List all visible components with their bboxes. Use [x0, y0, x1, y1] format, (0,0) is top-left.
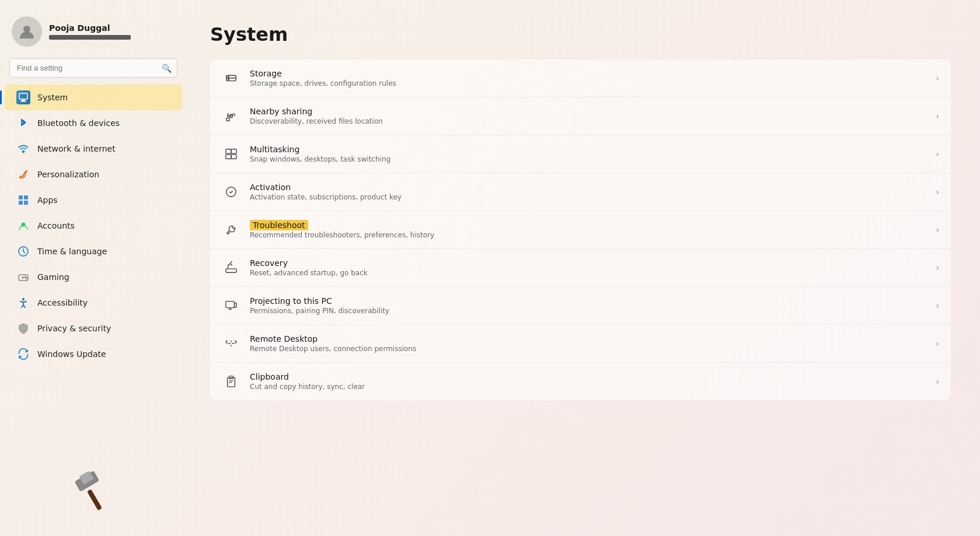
troubleshoot-text: Troubleshoot Recommended troubleshooters…	[250, 220, 926, 239]
sidebar-item-personalization[interactable]: Personalization	[5, 162, 182, 187]
sidebar-item-time[interactable]: Time & language	[5, 239, 182, 264]
sidebar-label-system: System	[37, 93, 170, 102]
storage-icon	[222, 69, 240, 87]
settings-item-remote-desktop[interactable]: Remote Desktop Remote Desktop users, con…	[210, 325, 951, 363]
network-icon	[16, 142, 30, 156]
avatar	[12, 16, 42, 47]
activation-title: Activation	[250, 183, 926, 192]
recovery-text: Recovery Reset, advanced startup, go bac…	[250, 258, 926, 277]
projecting-text: Projecting to this PC Permissions, pairi…	[250, 296, 926, 315]
recovery-title: Recovery	[250, 258, 926, 268]
sidebar-item-accessibility[interactable]: Accessibility	[5, 290, 182, 316]
gaming-icon	[16, 270, 30, 284]
recovery-icon	[222, 258, 240, 277]
user-name: Pooja Duggal	[49, 23, 131, 33]
sidebar-label-accounts: Accounts	[37, 221, 170, 230]
sidebar-label-privacy: Privacy & security	[37, 324, 170, 333]
svg-rect-31	[235, 303, 237, 307]
sidebar-item-privacy[interactable]: Privacy & security	[5, 316, 182, 341]
sidebar-item-accounts[interactable]: Accounts	[5, 213, 182, 239]
nav-list: System Bluetooth & devices Network & int…	[0, 85, 187, 367]
sidebar-label-personalization: Personalization	[37, 170, 170, 179]
sidebar-item-apps[interactable]: Apps	[5, 187, 182, 213]
apps-icon	[16, 193, 30, 207]
sidebar-item-bluetooth[interactable]: Bluetooth & devices	[5, 110, 182, 136]
settings-item-multitasking[interactable]: Multitasking Snap windows, desktops, tas…	[210, 135, 951, 173]
svg-point-21	[228, 79, 229, 80]
recovery-desc: Reset, advanced startup, go back	[250, 269, 926, 277]
sidebar-label-gaming: Gaming	[37, 272, 170, 282]
remote-desktop-text: Remote Desktop Remote Desktop users, con…	[250, 334, 926, 353]
storage-title: Storage	[250, 69, 926, 78]
settings-item-clipboard[interactable]: Clipboard Cut and copy history, sync, cl…	[210, 363, 951, 400]
settings-item-recovery[interactable]: Recovery Reset, advanced startup, go bac…	[210, 249, 951, 287]
svg-rect-7	[19, 201, 23, 205]
nearby-sharing-text: Nearby sharing Discoverability, received…	[250, 107, 926, 125]
sidebar-item-system[interactable]: System	[5, 85, 182, 110]
sidebar-item-gaming[interactable]: Gaming	[5, 264, 182, 290]
storage-desc: Storage space, drives, configuration rul…	[250, 79, 926, 87]
activation-text: Activation Activation state, subscriptio…	[250, 183, 926, 201]
sidebar-label-network: Network & internet	[37, 144, 170, 153]
svg-rect-15	[87, 489, 102, 511]
brush-icon	[16, 167, 30, 181]
remote-desktop-title: Remote Desktop	[250, 334, 926, 344]
sidebar-item-network[interactable]: Network & internet	[5, 136, 182, 162]
activation-chevron: ›	[936, 187, 939, 197]
hammer-icon	[70, 468, 117, 515]
multitasking-desc: Snap windows, desktops, task switching	[250, 155, 926, 163]
remote-desktop-chevron: ›	[936, 339, 939, 348]
svg-point-4	[23, 151, 25, 153]
settings-item-troubleshoot[interactable]: Troubleshoot Recommended troubleshooters…	[210, 211, 951, 249]
storage-text: Storage Storage space, drives, configura…	[250, 69, 926, 87]
sidebar-label-apps: Apps	[37, 195, 170, 205]
sidebar-label-accessibility: Accessibility	[37, 298, 170, 307]
sidebar-label-time: Time & language	[37, 247, 170, 256]
hammer-decoration	[0, 457, 187, 527]
troubleshoot-title: Troubleshoot	[250, 220, 926, 230]
svg-rect-25	[231, 149, 236, 153]
clipboard-desc: Cut and copy history, sync, clear	[250, 383, 926, 391]
user-section[interactable]: Pooja Duggal	[0, 9, 187, 58]
svg-rect-26	[226, 155, 231, 159]
sidebar-item-update[interactable]: Windows Update	[5, 341, 182, 367]
multitasking-text: Multitasking Snap windows, desktops, tas…	[250, 145, 926, 163]
update-icon	[16, 347, 30, 361]
search-icon: 🔍	[162, 64, 172, 73]
sidebar-label-bluetooth: Bluetooth & devices	[37, 118, 170, 128]
storage-chevron: ›	[936, 73, 939, 83]
svg-rect-30	[226, 302, 235, 308]
time-icon	[16, 244, 30, 258]
multitasking-icon	[222, 145, 240, 163]
remote-desktop-desc: Remote Desktop users, connection permiss…	[250, 345, 926, 353]
svg-point-13	[26, 278, 27, 279]
nearby-sharing-icon	[222, 107, 240, 125]
sidebar-label-update: Windows Update	[37, 349, 170, 359]
projecting-title: Projecting to this PC	[250, 296, 926, 306]
svg-rect-23	[226, 118, 230, 121]
nearby-sharing-title: Nearby sharing	[250, 107, 926, 116]
user-info: Pooja Duggal	[49, 23, 131, 40]
system-icon	[16, 90, 30, 104]
svg-rect-29	[226, 269, 236, 272]
activation-icon	[222, 183, 240, 201]
settings-item-storage[interactable]: Storage Storage space, drives, configura…	[210, 59, 951, 97]
search-box: 🔍	[9, 58, 177, 78]
settings-item-projecting[interactable]: Projecting to this PC Permissions, pairi…	[210, 287, 951, 325]
accounts-icon	[16, 219, 30, 233]
svg-rect-24	[226, 149, 231, 153]
settings-item-nearby-sharing[interactable]: Nearby sharing Discoverability, received…	[210, 97, 951, 135]
bluetooth-icon	[16, 116, 30, 130]
search-input[interactable]	[9, 58, 177, 78]
multitasking-chevron: ›	[936, 149, 939, 159]
troubleshoot-desc: Recommended troubleshooters, preferences…	[250, 231, 926, 239]
svg-rect-8	[24, 201, 28, 205]
settings-item-activation[interactable]: Activation Activation state, subscriptio…	[210, 173, 951, 211]
multitasking-title: Multitasking	[250, 145, 926, 154]
clipboard-title: Clipboard	[250, 372, 926, 381]
recovery-chevron: ›	[936, 263, 939, 272]
nearby-sharing-desc: Discoverability, received files location	[250, 117, 926, 125]
svg-rect-1	[19, 93, 27, 99]
page-title: System	[210, 23, 951, 45]
svg-point-12	[25, 276, 26, 278]
